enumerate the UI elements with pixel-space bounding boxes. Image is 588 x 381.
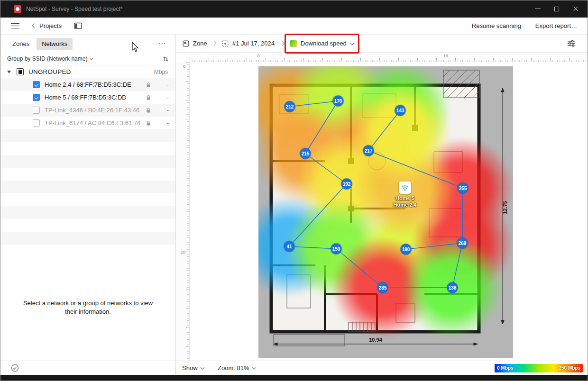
network-row[interactable]: TP-Link_6174 / AC:84:C6:F3:61:74 -: [0, 117, 175, 129]
more-options-button[interactable]: ⋯: [156, 38, 169, 49]
network-value: -: [151, 107, 169, 114]
network-value: -: [151, 81, 169, 88]
lock-icon: [146, 95, 151, 100]
ap-label-home5: Home 5: [394, 195, 417, 201]
show-dropdown[interactable]: Show: [182, 364, 203, 372]
lock-icon: [146, 82, 151, 88]
empty-selection-message: Select a network or a group of networks …: [0, 299, 175, 316]
show-label: Show: [182, 364, 198, 372]
menu-icon[interactable]: [11, 23, 19, 29]
measurement-point[interactable]: 285: [377, 282, 388, 293]
ruler-vertical: 0 10: [176, 62, 190, 361]
network-checkbox[interactable]: [33, 119, 40, 127]
main-area: Zone #1 Jul 17, 2024 Download speed: [176, 35, 588, 361]
measurement-point[interactable]: 170: [333, 96, 344, 107]
resume-scanning-button[interactable]: Resume scanning: [472, 22, 521, 29]
breadcrumb: Zone #1 Jul 17, 2024 Download speed: [176, 35, 588, 53]
chevron-down-icon: [90, 56, 93, 60]
status-bar: Show Zoom: 81% 0 Mbps 250 Mbps: [0, 361, 588, 375]
map-region: 0 10 0 10: [176, 53, 588, 361]
app-window: NetSpot - Survey - Speed test project* P…: [0, 0, 588, 381]
ruler-label: 0: [256, 54, 260, 58]
network-name: Home 2.4 / 68:FF:7B:D5:3C:DE: [45, 81, 131, 88]
empty-row: [0, 245, 175, 257]
maximize-button[interactable]: [553, 6, 560, 12]
status-check-icon[interactable]: [11, 364, 19, 372]
app-logo-icon: [14, 5, 21, 13]
lock-icon: [146, 108, 151, 113]
group-by-row: Group by SSID (Network name): [0, 53, 175, 65]
window-bottom-edge: [0, 375, 588, 381]
ruler-label: 10: [181, 249, 185, 255]
lock-icon: [146, 120, 151, 126]
close-button[interactable]: [572, 6, 579, 12]
ruler-label: 0: [183, 64, 185, 69]
heatmap-metric-icon: [290, 40, 297, 47]
export-report-button[interactable]: Export report…: [535, 22, 577, 29]
network-name: TP-Link_6174 / AC:84:C6:F3:61:74: [45, 119, 140, 127]
collapse-triangle-icon[interactable]: [7, 71, 11, 73]
network-list: Home 2.4 / 68:FF:7B:D5:3C:DE - Home 5 / …: [0, 78, 175, 257]
chevron-down-icon: [252, 365, 256, 369]
snapshot-icon: [222, 40, 229, 47]
measurement-point[interactable]: 138: [447, 282, 458, 293]
measurement-point[interactable]: 217: [363, 145, 374, 156]
network-value: -: [151, 94, 169, 101]
network-name: Home 5 / 68:FF:7B:D5:3C:DD: [45, 94, 127, 101]
network-row[interactable]: Home 2.4 / 68:FF:7B:D5:3C:DE -: [0, 78, 175, 91]
measurement-point[interactable]: 215: [300, 148, 311, 159]
metric-dropdown[interactable]: Download speed: [290, 35, 354, 52]
tab-networks[interactable]: Networks: [37, 38, 73, 50]
zoom-dropdown[interactable]: Zoom: 81%: [218, 364, 255, 372]
sort-icon[interactable]: [163, 56, 169, 62]
breadcrumb-snapshot[interactable]: #1 Jul 17, 2024: [222, 35, 275, 52]
ap-label-home24: Home 2.4: [394, 201, 417, 208]
empty-row: [0, 206, 175, 219]
zoom-label: Zoom: 81%: [218, 364, 249, 372]
map-image[interactable]: 12.75 10.94 2121701432152171922554115018…: [258, 66, 513, 358]
measurement-point[interactable]: 143: [395, 105, 406, 116]
network-row[interactable]: Home 5 / 68:FF:7B:D5:3C:DD -: [0, 91, 175, 104]
zone-icon: [183, 40, 189, 47]
measurement-point[interactable]: 255: [458, 183, 469, 194]
measurement-point[interactable]: 180: [401, 244, 412, 255]
toggle-sidebar-icon[interactable]: [74, 22, 82, 29]
empty-row: [0, 181, 175, 193]
group-checkbox[interactable]: [17, 68, 24, 75]
map-canvas[interactable]: 12.75 10.94 2121701432152171922554115018…: [190, 62, 588, 361]
sidebar-tabs: Zones Networks ⋯: [0, 35, 175, 53]
unit-column-header: Mbps: [154, 69, 169, 75]
breadcrumb-separator: [212, 35, 216, 52]
measurement-point[interactable]: 212: [285, 101, 295, 112]
empty-row: [0, 155, 175, 168]
measurement-point[interactable]: 192: [341, 179, 352, 190]
empty-row: [0, 142, 175, 155]
network-checkbox[interactable]: [33, 107, 40, 114]
empty-row: [0, 219, 175, 232]
empty-row: [0, 168, 175, 181]
breadcrumb-zone[interactable]: Zone: [183, 35, 207, 52]
network-checkbox[interactable]: [33, 94, 40, 101]
wifi-icon: [401, 184, 409, 191]
group-header-row[interactable]: UNGROUPED Mbps: [0, 65, 175, 78]
toolbar: Projects Resume scanning Export report…: [0, 18, 588, 35]
ap-marker[interactable]: Home 5 Home 2.4: [399, 181, 411, 194]
empty-row: [0, 129, 175, 142]
network-checkbox[interactable]: [33, 81, 40, 88]
visualization-settings-icon[interactable]: [567, 35, 575, 52]
chevron-down-icon: [349, 40, 354, 45]
measurement-point[interactable]: 41: [284, 241, 295, 252]
title-bar: NetSpot - Survey - Speed test project*: [0, 0, 588, 18]
minimize-button[interactable]: [534, 6, 541, 12]
sidebar: Zones Networks ⋯ Group by SSID (Network …: [0, 35, 176, 361]
group-name: UNGROUPED: [28, 68, 71, 75]
tab-zones[interactable]: Zones: [7, 38, 35, 50]
back-to-projects-button[interactable]: Projects: [33, 22, 62, 29]
measurement-point[interactable]: 150: [331, 244, 342, 254]
group-by-dropdown[interactable]: Group by SSID (Network name): [7, 55, 87, 62]
network-row[interactable]: TP-Link_4346 / B0:4E:26:1F:43:46 -: [0, 104, 175, 117]
metric-label: Download speed: [301, 40, 347, 47]
measurement-point[interactable]: 269: [457, 238, 468, 249]
legend-gradient: 0 Mbps 250 Mbps: [495, 364, 583, 372]
breadcrumb-snapshot-label: #1 Jul 17, 2024: [232, 40, 275, 47]
